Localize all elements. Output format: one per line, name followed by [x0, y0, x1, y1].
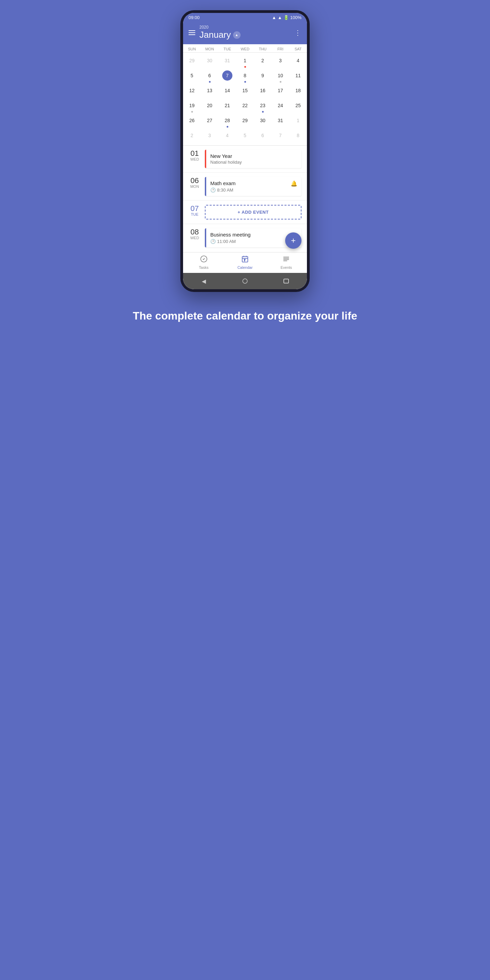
- cal-cell-20[interactable]: 20: [201, 99, 218, 114]
- cal-cell-9[interactable]: 9: [254, 69, 272, 84]
- battery-icon: 🔋: [283, 15, 289, 20]
- event-time-row-math: 🕐 8:30 AM: [210, 188, 291, 192]
- event-date-col-01: 01 WED: [189, 150, 201, 168]
- cal-cell-29[interactable]: 29: [236, 114, 254, 129]
- event-card-math-exam[interactable]: Math exam 🕐 8:30 AM 🔔: [205, 177, 301, 196]
- cal-cell-4-next[interactable]: 4: [218, 129, 236, 144]
- cal-cell-6-next[interactable]: 6: [254, 129, 272, 144]
- cal-cell-17[interactable]: 17: [272, 84, 289, 99]
- event-item-01[interactable]: 01 WED New Year National holiday: [183, 146, 307, 172]
- event-title-business: Business meeting: [210, 232, 281, 237]
- nav-label-events: Events: [280, 266, 292, 269]
- cal-cell-13[interactable]: 13: [201, 84, 218, 99]
- event-card-content-math: Math exam 🕐 8:30 AM: [210, 180, 291, 192]
- status-icons: ▲ ▲ 🔋 100%: [272, 15, 301, 20]
- weekday-sun: SUN: [183, 47, 201, 51]
- event-time-business: 11:00 AM: [217, 239, 236, 244]
- nav-item-calendar[interactable]: 7 Calendar: [231, 255, 259, 269]
- cal-cell-15[interactable]: 15: [236, 84, 254, 99]
- cal-cell-8-next[interactable]: 8: [289, 129, 307, 144]
- cal-cell-7[interactable]: 7: [218, 69, 236, 84]
- battery-percent: 100%: [290, 15, 301, 20]
- cal-cell-30[interactable]: 30: [254, 114, 272, 129]
- svg-point-10: [243, 279, 247, 283]
- cal-cell-24[interactable]: 24: [272, 99, 289, 114]
- cal-cell-19[interactable]: 19: [183, 99, 201, 114]
- event-day-label-06: MON: [190, 185, 199, 189]
- cal-cell-31-prev[interactable]: 31: [218, 54, 236, 69]
- cal-cell-28[interactable]: 28: [218, 114, 236, 129]
- phone-device: 09:00 ▲ ▲ 🔋 100% 2020 January ▲: [180, 10, 310, 292]
- cal-cell-8[interactable]: 8: [236, 69, 254, 84]
- menu-button[interactable]: [189, 30, 195, 35]
- back-button[interactable]: ◀: [199, 276, 208, 286]
- header-left: 2020 January ▲: [189, 25, 240, 40]
- fab-add-button[interactable]: +: [285, 232, 301, 249]
- cal-cell-10[interactable]: 10: [272, 69, 289, 84]
- cal-cell-5-next[interactable]: 5: [236, 129, 254, 144]
- cal-cell-14[interactable]: 14: [218, 84, 236, 99]
- event-day-label-07: TUE: [191, 212, 198, 216]
- bottom-navigation: Tasks 7 Calendar: [183, 252, 307, 273]
- cal-cell-3[interactable]: 3: [272, 54, 289, 69]
- calendar-grid: 29 30 31 1 2 3 4 5 6 7 8 9 10 11 12 13 1…: [183, 53, 307, 145]
- nav-item-tasks[interactable]: Tasks: [190, 255, 218, 269]
- event-subtitle-new-year: National holiday: [210, 159, 298, 165]
- cal-cell-31[interactable]: 31: [272, 114, 289, 129]
- event-day-number-08: 08: [191, 228, 199, 236]
- svg-text:7: 7: [244, 259, 245, 261]
- events-icon: [282, 255, 290, 265]
- cal-cell-3-next[interactable]: 3: [201, 129, 218, 144]
- phone-screen: 09:00 ▲ ▲ 🔋 100% 2020 January ▲: [183, 13, 307, 289]
- bell-icon-math: 🔔: [291, 180, 298, 187]
- event-card-new-year[interactable]: New Year National holiday: [205, 150, 301, 168]
- signal-icon: ▲: [278, 15, 282, 20]
- event-item-06[interactable]: 06 MON Math exam 🕐 8:30 AM: [183, 173, 307, 200]
- weekday-wed: WED: [236, 47, 254, 51]
- nav-label-tasks: Tasks: [199, 266, 208, 269]
- cal-cell-2-next[interactable]: 2: [183, 129, 201, 144]
- cal-cell-7-next[interactable]: 7: [272, 129, 289, 144]
- cal-cell-23[interactable]: 23: [254, 99, 272, 114]
- event-title-new-year: New Year: [210, 153, 298, 159]
- cal-cell-25[interactable]: 25: [289, 99, 307, 114]
- cal-cell-5[interactable]: 5: [183, 69, 201, 84]
- home-button[interactable]: [240, 276, 250, 286]
- cal-cell-1-next[interactable]: 1: [289, 114, 307, 129]
- collapse-month-button[interactable]: ▲: [233, 31, 240, 39]
- add-event-button[interactable]: + ADD EVENT: [205, 205, 301, 220]
- nav-item-events[interactable]: Events: [272, 255, 300, 269]
- cal-cell-12[interactable]: 12: [183, 84, 201, 99]
- event-day-section-06: 06 MON Math exam 🕐 8:30 AM: [183, 173, 307, 200]
- cal-cell-26[interactable]: 26: [183, 114, 201, 129]
- status-time: 09:00: [189, 15, 200, 20]
- cal-cell-1[interactable]: 1: [236, 54, 254, 69]
- event-item-07: 07 TUE + ADD EVENT: [183, 201, 307, 224]
- cal-cell-22[interactable]: 22: [236, 99, 254, 114]
- header-month-row: January ▲: [199, 30, 240, 40]
- cal-cell-16[interactable]: 16: [254, 84, 272, 99]
- cal-cell-21[interactable]: 21: [218, 99, 236, 114]
- more-options-button[interactable]: ⋮: [294, 29, 301, 37]
- recents-button[interactable]: [282, 276, 291, 286]
- header-title-area: 2020 January ▲: [199, 25, 240, 40]
- event-day-number-06: 06: [191, 177, 199, 185]
- cal-cell-27[interactable]: 27: [201, 114, 218, 129]
- event-day-number-07: 07: [191, 205, 199, 212]
- cal-cell-29-prev[interactable]: 29: [183, 54, 201, 69]
- cal-cell-4[interactable]: 4: [289, 54, 307, 69]
- tagline-text: The complete calendar to organize your l…: [133, 310, 357, 322]
- event-item-08[interactable]: 08 WED Business meeting 🕐 11:00 AM +: [183, 224, 307, 251]
- event-day-label-01: WED: [190, 157, 199, 161]
- cal-cell-6[interactable]: 6: [201, 69, 218, 84]
- cal-cell-11[interactable]: 11: [289, 69, 307, 84]
- event-time-row-business: 🕐 11:00 AM: [210, 239, 281, 244]
- events-section: 01 WED New Year National holiday 06 MON: [183, 146, 307, 251]
- event-time-math: 8:30 AM: [217, 188, 234, 192]
- fab-plus-icon: +: [291, 236, 296, 245]
- event-card-inner-math: Math exam 🕐 8:30 AM 🔔: [210, 180, 298, 192]
- cal-cell-18[interactable]: 18: [289, 84, 307, 99]
- cal-cell-30-prev[interactable]: 30: [201, 54, 218, 69]
- wifi-icon: ▲: [272, 15, 276, 20]
- cal-cell-2[interactable]: 2: [254, 54, 272, 69]
